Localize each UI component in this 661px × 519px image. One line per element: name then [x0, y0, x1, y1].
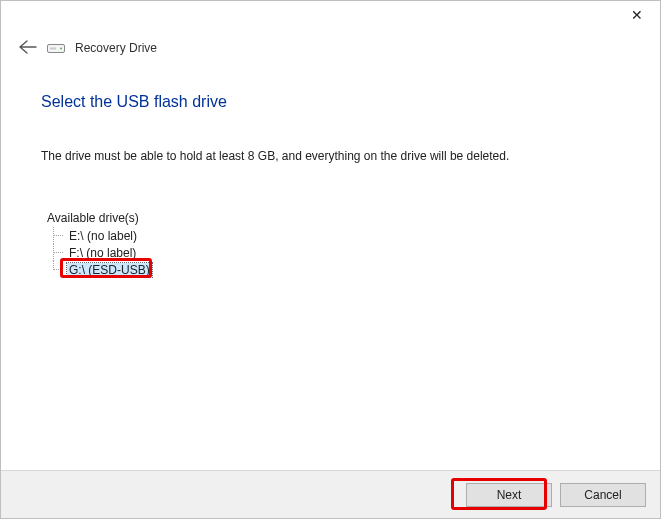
drive-item[interactable]: G:\ (ESD-USB) [47, 261, 620, 278]
titlebar: ✕ [1, 1, 660, 31]
svg-point-1 [60, 48, 62, 50]
app-title: Recovery Drive [75, 41, 157, 55]
tree-branch-icon [47, 261, 67, 278]
svg-rect-2 [50, 48, 56, 50]
page-title: Select the USB flash drive [41, 93, 620, 111]
drives-tree: E:\ (no label) F:\ (no label) G:\ (ESD-U… [47, 227, 620, 278]
drive-icon [47, 42, 65, 54]
drive-label: F:\ (no label) [67, 246, 138, 260]
close-icon: ✕ [631, 7, 643, 23]
drive-item[interactable]: F:\ (no label) [47, 244, 620, 261]
page-description: The drive must be able to hold at least … [41, 149, 620, 163]
drive-label: G:\ (ESD-USB) [67, 263, 152, 277]
cancel-button[interactable]: Cancel [560, 483, 646, 507]
drives-section: Available drive(s) E:\ (no label) F:\ (n… [41, 211, 620, 278]
tree-branch-icon [47, 244, 67, 261]
next-button[interactable]: Next [466, 483, 552, 507]
footer: Next Cancel [1, 470, 660, 518]
drives-header: Available drive(s) [47, 211, 620, 225]
recovery-drive-window: ✕ Recovery Drive Select the USB flash dr… [0, 0, 661, 519]
drive-label: E:\ (no label) [67, 229, 139, 243]
close-button[interactable]: ✕ [614, 1, 660, 29]
content-area: Select the USB flash drive The drive mus… [1, 57, 660, 278]
header: Recovery Drive [1, 31, 660, 57]
drive-item[interactable]: E:\ (no label) [47, 227, 620, 244]
tree-branch-icon [47, 227, 67, 244]
back-button[interactable] [19, 39, 37, 57]
